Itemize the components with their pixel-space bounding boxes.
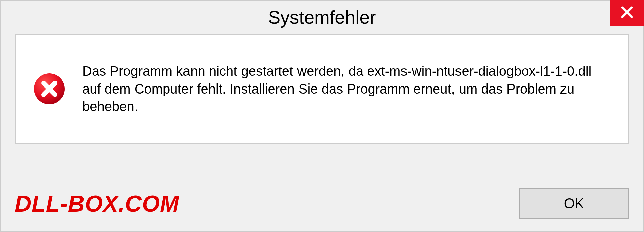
- ok-button[interactable]: OK: [519, 188, 629, 219]
- close-button[interactable]: [610, 0, 644, 26]
- dialog-footer: DLL-BOX.COM OK: [15, 188, 629, 219]
- titlebar: Systemfehler: [1, 1, 643, 34]
- close-icon: [619, 4, 635, 22]
- error-message: Das Programm kann nicht gestartet werden…: [82, 62, 605, 115]
- error-dialog: Systemfehler: [0, 0, 644, 232]
- watermark-text: DLL-BOX.COM: [15, 190, 179, 217]
- dialog-title: Systemfehler: [268, 7, 376, 28]
- content-panel: Das Programm kann nicht gestartet werden…: [15, 34, 629, 144]
- error-icon: [33, 72, 66, 106]
